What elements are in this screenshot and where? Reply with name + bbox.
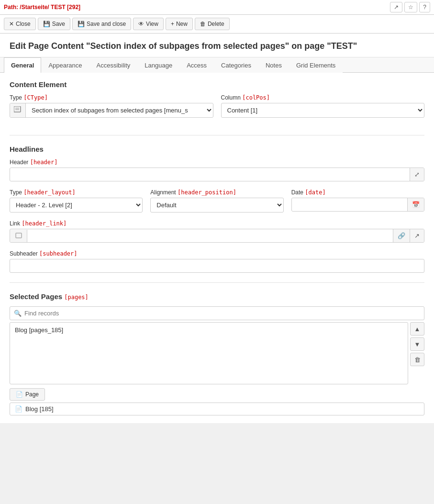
top-bar: Path: /Startseite/ TEST [292] ↗ ☆ ? [0, 0, 434, 15]
open-external-button[interactable]: ↗ [390, 2, 402, 12]
calendar-button[interactable]: 📅 [407, 198, 424, 211]
move-down-button[interactable]: ▼ [410, 337, 424, 351]
top-bar-actions: ↗ ☆ ? [390, 2, 430, 12]
plus-icon: + [171, 21, 174, 27]
view-icon: 👁 [138, 21, 144, 27]
type-select[interactable]: Section index of subpages from selected … [26, 103, 213, 117]
tab-notes[interactable]: Notes [258, 57, 289, 73]
type-select-wrapper: Section index of subpages from selected … [10, 103, 213, 118]
favorite-button[interactable]: ☆ [404, 2, 417, 12]
section-divider-1 [10, 135, 424, 135]
header-input[interactable]: Section index of subpages from selected … [10, 168, 410, 181]
save-close-button[interactable]: 💾 Save and close [72, 18, 131, 30]
save-button[interactable]: 💾 Save [38, 18, 70, 30]
page-icon: 📄 [16, 391, 23, 398]
pages-controls: ▲ ▼ 🗑 [410, 322, 424, 384]
alignment-select[interactable]: Default Left Center Right [150, 198, 283, 213]
svg-rect-3 [16, 233, 22, 238]
headlines-section-title: Headlines [10, 145, 424, 153]
subheader-field-group: Subheader [subheader] [10, 250, 424, 273]
tab-general[interactable]: General [4, 57, 41, 73]
pages-search-bar: 🔍 [10, 306, 424, 320]
link-input-wrapper: 🔗 ↗ [10, 229, 424, 243]
tab-content-general: Content Element Type [CType] [0, 73, 434, 423]
date-input[interactable] [292, 198, 407, 211]
toolbar: ✕ Close 💾 Save 💾 Save and close 👁 View +… [0, 15, 434, 34]
headline-type-align-date: Type [header_layout] Header - 2. Level [… [10, 189, 424, 220]
alignment-label: Alignment [header_position] [150, 189, 283, 196]
header-label: Header [header] [10, 159, 424, 166]
delete-icon: 🗑 [200, 21, 206, 27]
subheader-label: Subheader [subheader] [10, 250, 424, 257]
type-label: Type [CType] [10, 94, 213, 101]
subheader-input[interactable] [10, 259, 424, 273]
date-label: Date [date] [291, 189, 424, 196]
link-icon [10, 230, 27, 242]
tab-categories[interactable]: Categories [214, 57, 258, 73]
content-element-section-title: Content Element [10, 80, 424, 89]
type-field-group: Type [CType] Section index of subpages f… [10, 94, 213, 118]
tab-language[interactable]: Language [137, 57, 179, 73]
close-button[interactable]: ✕ Close [4, 18, 36, 30]
pages-search-input[interactable] [22, 309, 420, 318]
link-input[interactable] [27, 229, 393, 242]
date-field-group: Date [date] 📅 [291, 189, 424, 213]
header-type-field-group: Type [header_layout] Header - 2. Level [… [10, 189, 143, 213]
view-button[interactable]: 👁 View [133, 18, 164, 30]
browse-item-row: 📄 Blog [185] [10, 403, 424, 415]
header-input-wrapper: Section index of subpages from selected … [10, 168, 424, 181]
type-icon [10, 103, 26, 117]
new-button[interactable]: + New [166, 18, 193, 30]
svg-rect-0 [14, 106, 21, 112]
breadcrumb: Path: /Startseite/ TEST [292] [4, 4, 80, 11]
save-icon: 💾 [43, 21, 50, 27]
help-button[interactable]: ? [419, 2, 430, 12]
pages-list-wrap: Blog [pages_185] ▲ ▼ 🗑 [10, 322, 424, 384]
tab-accessibility[interactable]: Accessibility [89, 57, 138, 73]
tab-appearance[interactable]: Appearance [41, 57, 89, 73]
add-record-row: 📄 Page [10, 388, 424, 401]
header-type-label: Type [header_layout] [10, 189, 143, 196]
remove-button[interactable]: 🗑 [410, 353, 424, 366]
link-external-button[interactable]: ↗ [410, 229, 424, 242]
header-field-group: Header [header] Section index of subpage… [10, 159, 424, 181]
close-icon: ✕ [9, 21, 14, 27]
date-input-wrapper: 📅 [291, 198, 424, 212]
pages-list: Blog [pages_185] [10, 322, 408, 384]
save-close-icon: 💾 [78, 21, 85, 27]
delete-button[interactable]: 🗑 Delete [195, 18, 230, 30]
section-divider-2 [10, 282, 424, 283]
tabs-container: General Appearance Accessibility Languag… [0, 57, 434, 423]
move-up-button[interactable]: ▲ [410, 322, 424, 336]
add-page-button[interactable]: 📄 Page [10, 388, 45, 401]
selected-pages-title: Selected Pages [pages] [10, 292, 424, 301]
alignment-field-group: Alignment [header_position] Default Left… [150, 189, 283, 213]
link-label: Link [header_link] [10, 220, 424, 227]
file-icon: 📄 [15, 405, 22, 413]
link-picker-button[interactable]: 🔗 [393, 229, 410, 242]
selected-pages-section: Selected Pages [pages] 🔍 Blog [pages_185… [10, 292, 424, 415]
column-select[interactable]: Content [1] [221, 103, 425, 118]
tab-grid-elements[interactable]: Grid Elements [289, 57, 343, 73]
header-expand-button[interactable]: ⤢ [410, 168, 424, 181]
search-icon: 🔍 [14, 310, 22, 317]
column-field-group: Column [colPos] Content [1] [221, 94, 425, 118]
tab-bar: General Appearance Accessibility Languag… [0, 57, 434, 73]
link-field-group: Link [header_link] 🔗 ↗ [10, 220, 424, 243]
column-label: Column [colPos] [221, 94, 425, 101]
content-element-fields: Type [CType] Section index of subpages f… [10, 94, 424, 125]
page-title: Edit Page Content "Section index of subp… [0, 34, 434, 57]
list-item: Blog [pages_185] [12, 325, 406, 336]
tab-access[interactable]: Access [179, 57, 214, 73]
header-type-select[interactable]: Header - 2. Level [2] Header - 1. Level … [10, 198, 143, 213]
